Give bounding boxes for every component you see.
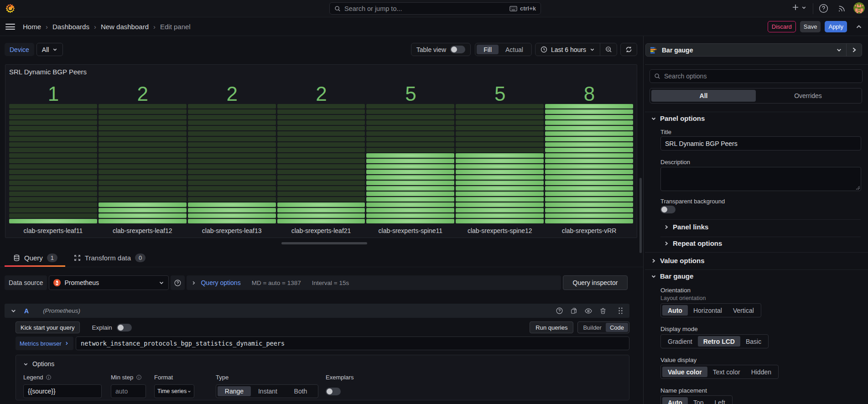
section-bar-gauge[interactable]: Bar gauge	[651, 272, 693, 280]
options-header[interactable]: Options	[23, 359, 622, 368]
fill-option[interactable]: Fill	[477, 45, 499, 54]
explain-toggle[interactable]	[117, 324, 132, 331]
remove-query-icon[interactable]	[599, 307, 607, 315]
discard-button[interactable]: Discard	[768, 21, 796, 32]
min-step-input[interactable]: auto	[111, 384, 146, 398]
variable-label[interactable]: Device	[5, 43, 34, 56]
apply-button[interactable]: Apply	[825, 21, 847, 32]
run-queries-button[interactable]: Run queries	[530, 321, 573, 333]
lcd-cell-unlit	[277, 142, 365, 147]
refresh-button[interactable]	[620, 43, 637, 56]
query-options-bar[interactable]: Query options MD = auto = 1387 Interval …	[187, 275, 561, 290]
keyboard-icon	[509, 6, 517, 11]
display-basic[interactable]: Basic	[740, 336, 767, 347]
gauge-label: clab-srexperts-leaf12	[99, 224, 187, 234]
news-button[interactable]	[837, 4, 847, 13]
code-option[interactable]: Code	[606, 323, 628, 332]
filter-all-option[interactable]: All	[651, 90, 756, 102]
lcd-cell-lit	[545, 186, 633, 191]
section-panel-options[interactable]: Panel options	[651, 114, 705, 122]
lcd-cell-lit	[277, 208, 365, 212]
lcd-cell-unlit	[277, 192, 365, 196]
builder-option[interactable]: Builder	[579, 323, 605, 332]
user-avatar[interactable]	[853, 2, 865, 14]
tab-query[interactable]: Query 1	[5, 249, 65, 267]
orientation-sublabel: Layout orientation	[660, 295, 706, 301]
global-search-input[interactable]: Search or jump to... ctrl+k	[329, 2, 541, 15]
breadcrumb-new-dashboard[interactable]: New dashboard	[101, 23, 149, 31]
query-help-icon[interactable]	[556, 307, 563, 315]
resize-handle[interactable]	[856, 186, 860, 190]
datasource-picker[interactable]: Prometheus	[49, 275, 169, 290]
viz-picker-button[interactable]: Bar gauge	[646, 44, 846, 56]
options-search-placeholder: Search options	[664, 73, 707, 80]
collapse-options-button[interactable]	[856, 24, 862, 30]
format-select[interactable]: Time series	[154, 384, 194, 398]
query-inspector-button[interactable]: Query inspector	[563, 275, 628, 290]
lcd-cell-unlit	[9, 170, 97, 174]
value-color-option[interactable]: Value color	[662, 367, 707, 377]
orientation-horizontal[interactable]: Horizontal	[688, 305, 728, 316]
drag-handle-icon[interactable]	[618, 307, 624, 315]
save-button[interactable]: Save	[800, 21, 821, 32]
variable-value-dropdown[interactable]: All	[36, 43, 63, 56]
panel-resize-scrollbar[interactable]	[281, 242, 367, 244]
filter-overrides-option[interactable]: Overrides	[756, 90, 860, 102]
new-menu-button[interactable]	[792, 4, 806, 11]
panel-title-input[interactable]: SRL Dynamic BGP Peers	[660, 136, 861, 150]
main-scrollbar-thumb[interactable]	[639, 178, 642, 253]
actual-option[interactable]: Actual	[499, 45, 530, 54]
nav-divider	[813, 3, 813, 14]
query-row-header[interactable]: A (Prometheus)	[5, 304, 629, 318]
hide-response-icon[interactable]	[584, 307, 593, 315]
type-both-option[interactable]: Both	[285, 386, 317, 396]
avatar-pixel-art	[853, 2, 865, 14]
type-instant-option[interactable]: Instant	[251, 386, 285, 396]
placement-auto[interactable]: Auto	[662, 397, 688, 404]
transparent-bg-toggle[interactable]	[660, 206, 676, 213]
hidden-option[interactable]: Hidden	[746, 367, 777, 377]
section-value-options[interactable]: Value options	[651, 257, 705, 264]
metrics-browser-button[interactable]: Metrics browser	[16, 337, 73, 350]
display-retro-lcd[interactable]: Retro LCD	[698, 336, 740, 347]
panel-title[interactable]: SRL Dynamic BGP Peers	[5, 65, 637, 79]
kick-start-button[interactable]: Kick start your query	[16, 321, 80, 333]
orientation-auto[interactable]: Auto	[662, 305, 688, 316]
gauge-value: 8	[545, 81, 633, 103]
placement-top[interactable]: Top	[688, 397, 709, 404]
placement-left[interactable]: Left	[709, 397, 730, 404]
zoom-out-button[interactable]	[600, 43, 617, 56]
toggle-pane-button[interactable]	[847, 44, 862, 56]
promql-input[interactable]: network_instance_protocols_bgp_statistic…	[76, 337, 629, 350]
chevron-down-icon	[187, 389, 191, 394]
type-range-option[interactable]: Range	[218, 386, 251, 396]
chevron-down-icon	[23, 362, 28, 367]
duplicate-query-icon[interactable]	[570, 307, 577, 315]
database-icon	[13, 254, 20, 261]
display-gradient[interactable]: Gradient	[662, 336, 698, 347]
grafana-logo-icon[interactable]	[5, 3, 16, 14]
lcd-cell-unlit	[277, 126, 365, 130]
lcd-cell-unlit	[99, 131, 187, 136]
exemplars-toggle[interactable]	[326, 388, 341, 395]
legend-input[interactable]: {{source}}	[23, 384, 102, 398]
text-color-option[interactable]: Text color	[707, 367, 746, 377]
datasource-help-button[interactable]	[171, 275, 185, 290]
orientation-vertical[interactable]: Vertical	[728, 305, 759, 316]
bar-gauge-panel[interactable]: SRL Dynamic BGP Peers 1clab-srexperts-le…	[5, 64, 637, 238]
breadcrumb-home[interactable]: Home	[23, 23, 41, 31]
lcd-cell-unlit	[99, 164, 187, 169]
time-range-button[interactable]: Last 6 hours	[535, 43, 600, 56]
tab-transform[interactable]: Transform data 0	[65, 249, 153, 267]
help-button[interactable]	[818, 3, 829, 14]
section-repeat-options[interactable]: Repeat options	[664, 239, 722, 247]
menu-toggle-button[interactable]	[5, 24, 15, 30]
lcd-cell-lit	[99, 202, 187, 207]
section-panel-links[interactable]: Panel links	[664, 223, 708, 231]
table-view-toggle[interactable]	[450, 46, 465, 53]
options-search-input[interactable]: Search options	[650, 69, 863, 83]
gauge-value: 2	[277, 81, 365, 103]
lcd-cell-lit	[188, 219, 276, 223]
panel-description-textarea[interactable]	[660, 167, 861, 191]
breadcrumb-dashboards[interactable]: Dashboards	[52, 23, 89, 31]
